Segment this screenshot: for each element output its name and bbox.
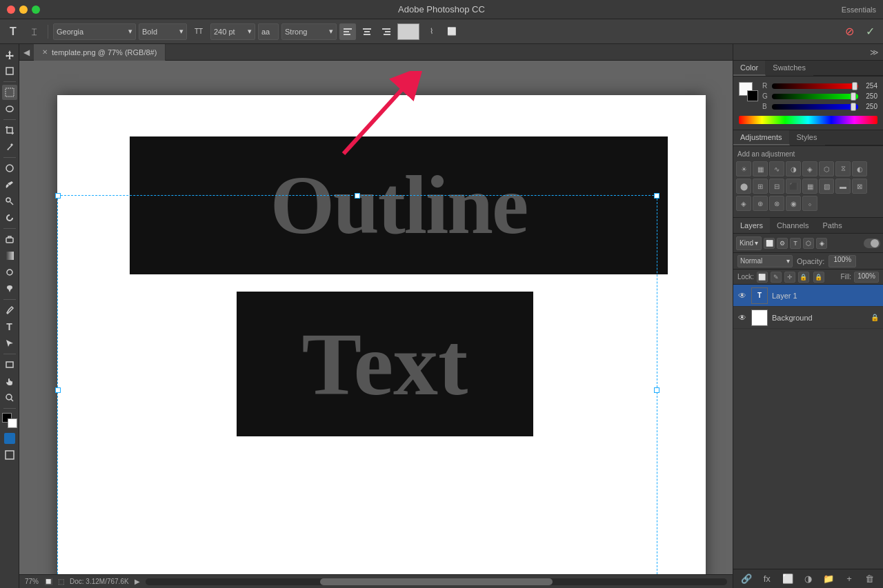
- photo-filter-icon[interactable]: ⬤: [736, 179, 751, 194]
- crop-tool[interactable]: [2, 123, 17, 138]
- invert-icon[interactable]: ⬛: [786, 179, 801, 194]
- blend-mode-selector[interactable]: Normal ▾: [737, 255, 793, 267]
- path-select-tool[interactable]: [2, 336, 17, 351]
- text-tool-icon[interactable]: T: [4, 23, 22, 40]
- black-white-icon[interactable]: ◐: [852, 161, 867, 176]
- hsl-icon[interactable]: ⬡: [819, 161, 834, 176]
- lock-artboards[interactable]: 🔒: [798, 272, 809, 283]
- filter-smart-icon[interactable]: ◈: [816, 238, 827, 249]
- text-orientation-icon[interactable]: ⌶: [25, 23, 43, 40]
- levels-icon[interactable]: ▦: [753, 161, 768, 176]
- curves-icon[interactable]: ∿: [769, 161, 784, 176]
- scroll-thumb[interactable]: [320, 578, 553, 585]
- lock-image-pixels[interactable]: ✎: [771, 272, 782, 283]
- extra-adj-1[interactable]: ◈: [736, 196, 751, 211]
- filter-shape-icon[interactable]: ⬡: [803, 238, 814, 249]
- clone-stamp-tool[interactable]: [2, 194, 17, 209]
- canvas-tab[interactable]: ✕ template.png @ 77% (RGB/8#): [34, 44, 166, 61]
- green-slider-track[interactable]: [772, 94, 858, 99]
- pen-tool[interactable]: [2, 303, 17, 318]
- red-slider-thumb[interactable]: [852, 82, 857, 90]
- extra-adj-5[interactable]: ⬦: [802, 196, 817, 211]
- filter-pixel-icon[interactable]: ⬜: [764, 238, 775, 249]
- color-balance-icon[interactable]: ⧖: [835, 161, 851, 176]
- red-slider-track[interactable]: [772, 83, 858, 89]
- filter-type-icon[interactable]: T: [790, 238, 801, 249]
- align-left-button[interactable]: [339, 23, 356, 40]
- canvas-info-icon[interactable]: 🔲: [44, 578, 52, 585]
- gradient-tool[interactable]: [2, 248, 17, 263]
- tab-color[interactable]: Color: [733, 61, 766, 76]
- filter-toggle[interactable]: [864, 239, 880, 248]
- adjustment-button[interactable]: ◑: [800, 571, 815, 587]
- screen-mode-button[interactable]: [2, 447, 17, 463]
- vibrance-icon[interactable]: ◈: [802, 161, 817, 176]
- color-spectrum[interactable]: [739, 116, 877, 124]
- panel-collapse-left[interactable]: ◀: [19, 48, 34, 57]
- artboard-tool[interactable]: [2, 63, 17, 79]
- new-layer-button[interactable]: +: [842, 571, 857, 587]
- tab-styles[interactable]: Styles: [790, 130, 825, 145]
- font-style-selector[interactable]: Bold ▾: [139, 23, 187, 40]
- selective-color-icon[interactable]: ⊠: [852, 179, 867, 194]
- maximize-button[interactable]: [32, 6, 40, 14]
- opacity-input[interactable]: 100%: [829, 255, 856, 267]
- traffic-lights[interactable]: [7, 6, 40, 14]
- canvas-content[interactable]: Outline Text: [19, 61, 733, 574]
- canvas-arrange-icon[interactable]: ⬚: [58, 578, 64, 585]
- layer-item-layer1[interactable]: 👁 T Layer 1: [733, 285, 883, 307]
- filter-adjustment-icon[interactable]: ⚙: [777, 238, 788, 249]
- move-tool[interactable]: [2, 47, 17, 62]
- exposure-icon[interactable]: ◑: [786, 161, 801, 176]
- layer1-visibility[interactable]: 👁: [737, 291, 747, 301]
- eyedropper-tool[interactable]: [2, 139, 17, 154]
- minimize-button[interactable]: [19, 6, 28, 14]
- posterize-icon[interactable]: ▦: [802, 179, 817, 194]
- quick-mask-button[interactable]: [2, 431, 17, 446]
- tab-adjustments[interactable]: Adjustments: [733, 130, 790, 145]
- green-slider-thumb[interactable]: [851, 92, 856, 101]
- layer-style-button[interactable]: fx: [760, 571, 775, 587]
- extra-adj-3[interactable]: ⊗: [769, 196, 784, 211]
- warp-text-icon[interactable]: ⌇: [422, 23, 440, 40]
- extra-adj-4[interactable]: ◉: [786, 196, 801, 211]
- history-brush-tool[interactable]: [2, 210, 17, 225]
- character-panel-icon[interactable]: ⬜: [443, 23, 461, 40]
- tab-paths[interactable]: Paths: [816, 218, 849, 233]
- close-icon[interactable]: ✕: [42, 48, 48, 56]
- align-right-button[interactable]: [378, 23, 395, 40]
- text-color-swatch[interactable]: [397, 23, 419, 40]
- delete-layer-button[interactable]: 🗑: [862, 571, 877, 587]
- tab-channels[interactable]: Channels: [770, 218, 815, 233]
- mask-button[interactable]: ⬜: [780, 571, 795, 587]
- lasso-tool[interactable]: [2, 101, 17, 116]
- brush-tool[interactable]: [2, 177, 17, 192]
- align-center-button[interactable]: [359, 23, 375, 40]
- cancel-transform-button[interactable]: ⊘: [840, 23, 858, 40]
- layer-item-background[interactable]: 👁 Background 🔒: [733, 307, 883, 329]
- font-size-selector[interactable]: 240 pt ▾: [210, 23, 255, 40]
- fill-input[interactable]: 100%: [854, 272, 879, 283]
- kind-filter[interactable]: Kind ▾: [736, 236, 762, 250]
- expand-icon[interactable]: ▶: [135, 578, 140, 585]
- color-swatches[interactable]: [2, 413, 17, 428]
- background-color[interactable]: [747, 90, 758, 101]
- link-layers-button[interactable]: 🔗: [739, 571, 754, 587]
- dodge-tool[interactable]: [2, 281, 17, 296]
- threshold-icon[interactable]: ▧: [819, 179, 834, 194]
- font-family-selector[interactable]: Georgia ▾: [53, 23, 136, 40]
- blue-slider-track[interactable]: [772, 104, 858, 110]
- hand-tool[interactable]: [2, 374, 17, 389]
- extra-adj-2[interactable]: ⊕: [753, 196, 768, 211]
- tab-swatches[interactable]: Swatches: [766, 61, 813, 76]
- lock-all[interactable]: 🔒: [813, 272, 824, 283]
- color-lookup-icon[interactable]: ⊟: [769, 179, 784, 194]
- tab-layers[interactable]: Layers: [733, 218, 770, 233]
- gradient-map-icon[interactable]: ▬: [835, 179, 851, 194]
- lock-transparent-pixels[interactable]: ⬜: [757, 272, 768, 283]
- eraser-tool[interactable]: [2, 232, 17, 247]
- group-button[interactable]: 📁: [821, 571, 836, 587]
- collapse-panel-button[interactable]: ≫: [870, 48, 879, 57]
- blue-slider-thumb[interactable]: [851, 103, 856, 111]
- text-tool[interactable]: T: [2, 319, 17, 334]
